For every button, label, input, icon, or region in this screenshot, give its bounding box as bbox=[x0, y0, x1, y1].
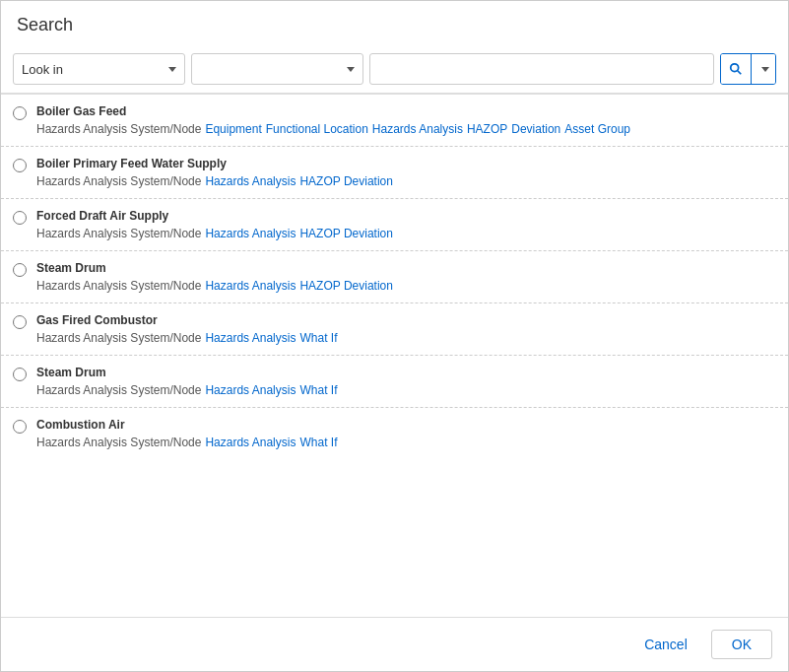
result-title: Steam Drum bbox=[36, 261, 776, 275]
tag-gray: Hazards Analysis System/Node bbox=[36, 174, 201, 188]
tag-gray: Hazards Analysis System/Node bbox=[36, 279, 201, 293]
result-title: Boiler Primary Feed Water Supply bbox=[36, 157, 776, 170]
list-item: Boiler Primary Feed Water SupplyHazards … bbox=[1, 147, 788, 199]
list-item: Steam DrumHazards Analysis System/NodeHa… bbox=[1, 251, 788, 303]
result-radio-2[interactable] bbox=[13, 159, 27, 172]
dialog-title: Search bbox=[1, 1, 788, 45]
tag-gray: Hazards Analysis System/Node bbox=[36, 436, 201, 449]
svg-point-0 bbox=[731, 64, 739, 72]
search-button[interactable] bbox=[721, 54, 752, 84]
list-item: Gas Fired CombustorHazards Analysis Syst… bbox=[1, 303, 788, 356]
results-area: Boiler Gas FeedHazards Analysis System/N… bbox=[1, 94, 788, 617]
result-tags: Hazards Analysis System/NodeHazards Anal… bbox=[36, 174, 776, 188]
list-item: Combustion AirHazards Analysis System/No… bbox=[1, 408, 788, 459]
list-item: Steam DrumHazards Analysis System/NodeHa… bbox=[1, 356, 788, 408]
tag-gray: Hazards Analysis System/Node bbox=[36, 122, 201, 136]
result-title: Boiler Gas Feed bbox=[36, 104, 776, 118]
result-radio-4[interactable] bbox=[13, 263, 27, 277]
svg-line-1 bbox=[738, 71, 742, 75]
tag-link[interactable]: Hazards Analysis bbox=[205, 227, 296, 240]
result-content: Boiler Primary Feed Water SupplyHazards … bbox=[36, 157, 776, 188]
result-title: Forced Draft Air Supply bbox=[36, 209, 776, 223]
result-radio-1[interactable] bbox=[13, 106, 27, 120]
type-dropdown[interactable] bbox=[191, 53, 363, 85]
result-radio-7[interactable] bbox=[13, 420, 27, 434]
tag-link[interactable]: Hazards Analysis bbox=[205, 383, 296, 397]
result-title: Combustion Air bbox=[36, 418, 776, 432]
tag-link[interactable]: Hazards Analysis bbox=[372, 122, 463, 136]
list-item: Boiler Gas FeedHazards Analysis System/N… bbox=[1, 95, 788, 147]
search-input[interactable] bbox=[369, 53, 714, 85]
chevron-down-icon bbox=[168, 67, 176, 72]
search-bar: Look in bbox=[1, 45, 788, 94]
dialog-footer: Cancel OK bbox=[1, 617, 788, 671]
result-content: Gas Fired CombustorHazards Analysis Syst… bbox=[36, 313, 776, 345]
tag-link[interactable]: HAZOP Deviation bbox=[299, 279, 392, 293]
look-in-dropdown[interactable]: Look in bbox=[13, 53, 185, 85]
tag-link[interactable]: HAZOP Deviation bbox=[299, 174, 392, 188]
list-item: Forced Draft Air SupplyHazards Analysis … bbox=[1, 199, 788, 251]
result-content: Steam DrumHazards Analysis System/NodeHa… bbox=[36, 366, 776, 397]
tag-link[interactable]: What If bbox=[299, 383, 337, 397]
result-title: Steam Drum bbox=[36, 366, 776, 379]
search-button-group bbox=[720, 53, 776, 85]
result-content: Forced Draft Air SupplyHazards Analysis … bbox=[36, 209, 776, 240]
result-tags: Hazards Analysis System/NodeHazards Anal… bbox=[36, 331, 776, 345]
result-content: Combustion AirHazards Analysis System/No… bbox=[36, 418, 776, 449]
result-title: Gas Fired Combustor bbox=[36, 313, 776, 327]
tag-link[interactable]: Hazards Analysis bbox=[205, 331, 296, 345]
tag-link[interactable]: Deviation bbox=[511, 122, 560, 136]
search-dialog: Search Look in Boiler Gas FeedHazards An… bbox=[0, 0, 789, 672]
tag-gray: Hazards Analysis System/Node bbox=[36, 383, 201, 397]
result-content: Steam DrumHazards Analysis System/NodeHa… bbox=[36, 261, 776, 293]
result-tags: Hazards Analysis System/NodeHazards Anal… bbox=[36, 383, 776, 397]
tag-link[interactable]: Asset Group bbox=[564, 122, 630, 136]
tag-link[interactable]: Hazards Analysis bbox=[205, 174, 296, 188]
tag-link[interactable]: Hazards Analysis bbox=[205, 279, 296, 293]
look-in-label: Look in bbox=[22, 62, 63, 77]
result-tags: Hazards Analysis System/NodeEquipmentFun… bbox=[36, 122, 776, 136]
tag-gray: Hazards Analysis System/Node bbox=[36, 227, 201, 240]
result-content: Boiler Gas FeedHazards Analysis System/N… bbox=[36, 104, 776, 136]
ok-button[interactable]: OK bbox=[711, 630, 772, 659]
tag-gray: Hazards Analysis System/Node bbox=[36, 331, 201, 345]
tag-link[interactable]: What If bbox=[299, 436, 337, 449]
tag-link[interactable]: HAZOP bbox=[467, 122, 507, 136]
tag-link[interactable]: Hazards Analysis bbox=[205, 436, 296, 449]
search-icon bbox=[729, 62, 743, 76]
chevron-down-icon bbox=[347, 67, 355, 72]
result-radio-5[interactable] bbox=[13, 315, 27, 329]
result-radio-6[interactable] bbox=[13, 368, 27, 381]
result-tags: Hazards Analysis System/NodeHazards Anal… bbox=[36, 279, 776, 293]
result-radio-3[interactable] bbox=[13, 211, 27, 225]
search-dropdown-button[interactable] bbox=[752, 54, 775, 84]
tag-link[interactable]: Functional Location bbox=[266, 122, 368, 136]
chevron-down-icon bbox=[761, 67, 769, 72]
tag-link[interactable]: What If bbox=[299, 331, 337, 345]
result-tags: Hazards Analysis System/NodeHazards Anal… bbox=[36, 227, 776, 240]
cancel-button[interactable]: Cancel bbox=[632, 631, 699, 658]
result-tags: Hazards Analysis System/NodeHazards Anal… bbox=[36, 436, 776, 449]
tag-link[interactable]: HAZOP Deviation bbox=[299, 227, 392, 240]
tag-link[interactable]: Equipment bbox=[205, 122, 261, 136]
